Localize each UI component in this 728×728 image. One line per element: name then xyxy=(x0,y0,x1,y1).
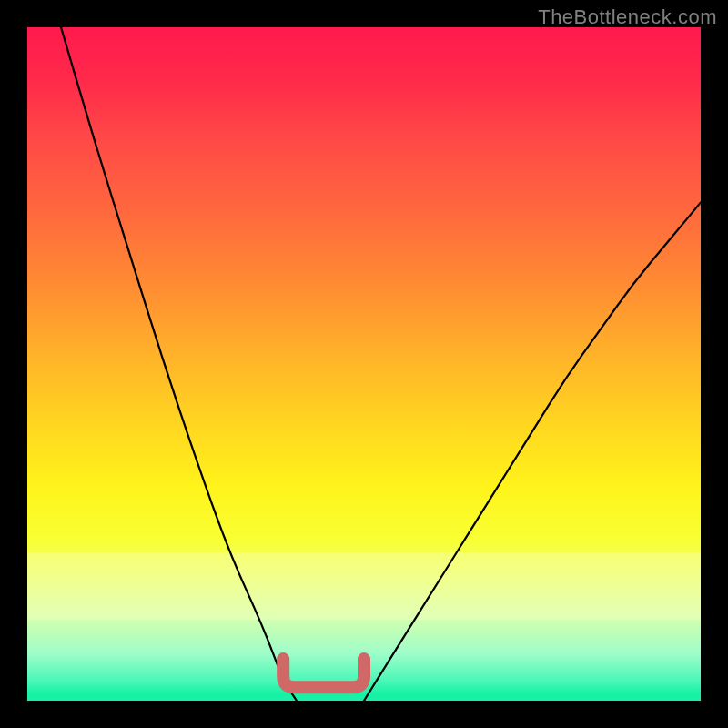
minimum-bracket xyxy=(283,659,364,687)
curve-right-branch xyxy=(364,202,701,701)
watermark-text: TheBottleneck.com xyxy=(538,5,717,29)
curve-left-branch xyxy=(61,27,297,701)
plot-area xyxy=(27,27,701,701)
curve-layer xyxy=(27,27,701,701)
chart-frame: TheBottleneck.com xyxy=(0,0,728,728)
